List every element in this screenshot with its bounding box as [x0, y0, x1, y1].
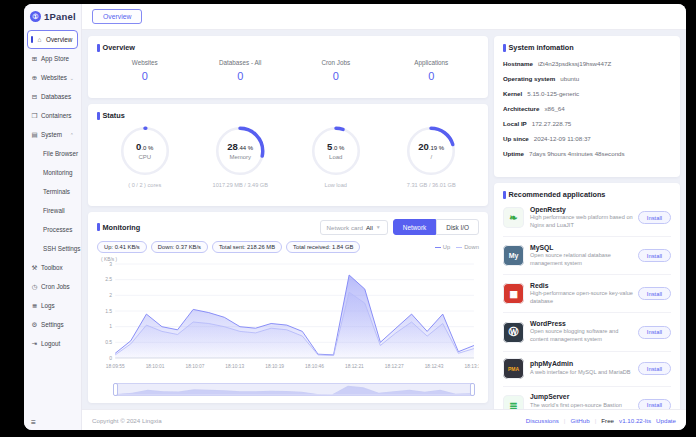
- app-name: MySQL: [530, 244, 634, 251]
- install-button[interactable]: Install: [638, 287, 671, 300]
- overview-stat[interactable]: Databases - All 0: [193, 59, 289, 82]
- stat-label: Applications: [384, 59, 480, 66]
- sidebar-item-logout[interactable]: ⇥ Logout: [27, 334, 78, 353]
- info-value: 2024-12-09 11:08:37: [534, 135, 591, 142]
- svg-text:18:10:46: 18:10:46: [305, 364, 324, 369]
- sidebar-item-settings[interactable]: ⚙ Settings: [27, 315, 78, 334]
- openresty-logo-icon: ❧: [503, 207, 524, 228]
- divider: |: [595, 417, 597, 424]
- update-link[interactable]: Update: [656, 417, 676, 424]
- tab-overview[interactable]: Overview: [92, 9, 142, 24]
- install-button[interactable]: Install: [638, 362, 671, 375]
- discussions-link[interactable]: Discussions: [526, 417, 559, 424]
- status-gauge: 5.0 % Load Low load: [288, 123, 384, 188]
- overview-stat[interactable]: Cron Jobs 0: [288, 59, 384, 82]
- install-button[interactable]: Install: [638, 326, 671, 339]
- install-button[interactable]: Install: [638, 211, 671, 224]
- svg-text:2: 2: [109, 292, 112, 298]
- gauge-value: 28.44 %: [227, 142, 253, 152]
- sidebar-item-containers[interactable]: ❒ Containers: [27, 106, 78, 125]
- network-chart-area: 00.511.522.53( KB/s )18:09:5518:10:0118:…: [97, 255, 479, 382]
- sidebar-item-label: Logout: [41, 340, 60, 347]
- svg-text:18:13:18: 18:13:18: [465, 364, 479, 369]
- info-key: Hostname: [503, 60, 533, 67]
- stat-value: 0: [193, 70, 289, 82]
- app-row: ▦ Redis High-performance open-source key…: [503, 275, 671, 313]
- info-value: ubuntu: [560, 75, 579, 82]
- sidebar-subitem-label: Firewall: [43, 207, 65, 214]
- app-logo[interactable]: ① 1Panel: [24, 4, 81, 29]
- gauge-label: Memory: [229, 154, 251, 160]
- app-name: Redis: [530, 282, 634, 289]
- network-tab-button[interactable]: Network: [393, 219, 436, 235]
- gear-icon: ⚙: [31, 321, 38, 329]
- sidebar-item-monitoring[interactable]: Monitoring: [27, 163, 78, 182]
- system-info-row: Local IP 172.27.228.75: [503, 120, 671, 127]
- system-info-row: Operating system ubuntu: [503, 75, 671, 82]
- sidebar-item-cron-jobs[interactable]: ◷ Cron Jobs: [27, 277, 78, 296]
- main-content: Overview Websites 0 Databases - All 0 Cr…: [82, 30, 686, 409]
- sidebar-collapse-button[interactable]: ≡: [31, 417, 36, 427]
- sidebar-item-label: Containers: [41, 112, 71, 119]
- legend-up[interactable]: Up: [435, 244, 450, 250]
- sidebar-item-firewall[interactable]: Firewall: [27, 201, 78, 220]
- sidebar-item-logs[interactable]: ≣ Logs: [27, 296, 78, 315]
- disk-io-tab-button[interactable]: Disk I/O: [436, 219, 479, 235]
- network-card-select[interactable]: Network card All ▼: [320, 220, 388, 235]
- datazoom-minimap: [113, 383, 475, 396]
- gauge-label: /: [430, 154, 432, 160]
- overview-stat[interactable]: Websites 0: [97, 59, 193, 82]
- topbar: Overview: [82, 4, 686, 30]
- info-key: Uptime: [503, 150, 524, 157]
- sidebar-item-toolbox[interactable]: ⚒ Toolbox: [27, 258, 78, 277]
- info-key: Architecture: [503, 105, 539, 112]
- copyright-text: Copyright © 2024 Lingxia: [92, 417, 162, 424]
- wordpress-logo-icon: Ⓦ: [503, 322, 524, 343]
- toolbox-icon: ⚒: [31, 264, 38, 272]
- sidebar-item-ssh-settings[interactable]: SSH Settings: [27, 239, 78, 258]
- chart-legend: Up Down: [435, 244, 479, 250]
- sidebar-item-terminals[interactable]: Terminals: [27, 182, 78, 201]
- overview-stat[interactable]: Applications 0: [384, 59, 480, 82]
- stat-label: Databases - All: [193, 59, 289, 66]
- github-link[interactable]: GitHub: [570, 417, 589, 424]
- monitor-stat-tag: Total received: 1.84 GB: [286, 241, 360, 253]
- app-row: ❧ OpenResty High performance web platfor…: [503, 199, 671, 237]
- app-store-icon: ⊞: [31, 55, 38, 63]
- chart-datazoom-slider[interactable]: [113, 383, 475, 396]
- sidebar-item-file-browser[interactable]: File Browser: [27, 144, 78, 163]
- svg-text:0: 0: [109, 355, 112, 361]
- sidebar-item-overview[interactable]: ⌂ Overview: [27, 30, 78, 49]
- info-key: Local IP: [503, 120, 527, 127]
- sidebar-subitem-label: Monitoring: [43, 169, 72, 176]
- gauge-caption: 1017.29 MB / 3.49 GB: [193, 182, 289, 188]
- chevron-icon: ⌃: [70, 132, 74, 138]
- container-icon: ❒: [31, 112, 38, 120]
- legend-down[interactable]: Down: [456, 244, 479, 250]
- phpmyadmin-logo-icon: PMA: [503, 358, 524, 379]
- sidebar-item-processes[interactable]: Processes: [27, 220, 78, 239]
- divider: |: [564, 417, 566, 424]
- recommended-apps-title: Recommended applications: [503, 190, 671, 199]
- info-value: 5.15.0-125-generic: [527, 90, 579, 97]
- up-series-swatch: [435, 247, 441, 249]
- network-area-chart: 00.511.522.53( KB/s )18:09:5518:10:0118:…: [97, 255, 479, 371]
- app-name: JumpServer: [530, 393, 634, 400]
- svg-text:18:09:55: 18:09:55: [106, 364, 125, 369]
- status-card: Status 0.0 % CPU: [88, 104, 488, 206]
- install-button[interactable]: Install: [638, 249, 671, 262]
- monitoring-card-title: Monitoring: [97, 223, 140, 232]
- app-row: Ⓦ WordPress Open source blogging softwar…: [503, 313, 671, 351]
- monitor-mode-switch: Network Disk I/O: [393, 219, 479, 235]
- system-info-row: Uptime 7days 9hours 4minutes 48seconds: [503, 150, 671, 157]
- sidebar-item-databases[interactable]: ⊟ Databases: [27, 87, 78, 106]
- svg-text:2.5: 2.5: [105, 276, 112, 282]
- sidebar-item-websites[interactable]: ⊕ Websites ⌄: [27, 68, 78, 87]
- monitor-stat-tag: Total sent: 218.26 MB: [212, 241, 282, 253]
- sidebar-item-app-store[interactable]: ⊞ App Store: [27, 49, 78, 68]
- svg-text:18:10:01: 18:10:01: [146, 364, 165, 369]
- overview-card: Overview Websites 0 Databases - All 0 Cr…: [88, 36, 488, 98]
- chevron-icon: ⌄: [70, 75, 74, 81]
- system-info-row: Up since 2024-12-09 11:08:37: [503, 135, 671, 142]
- sidebar-item-system[interactable]: ▤ System ⌃: [27, 125, 78, 144]
